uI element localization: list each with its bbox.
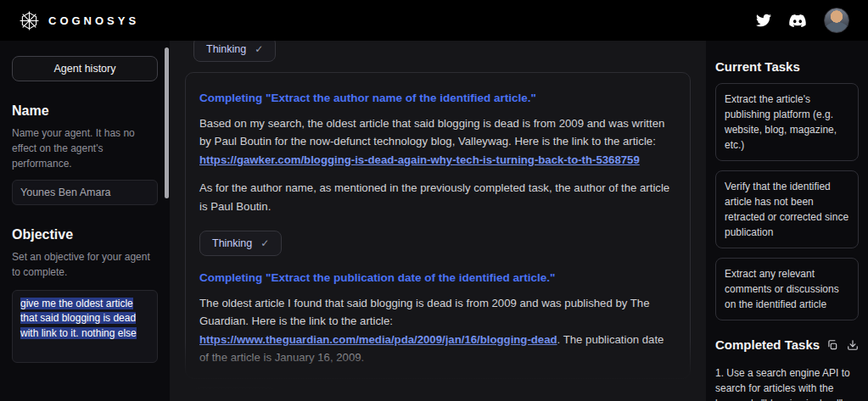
app-body: Agent history Name Name your agent. It h…	[0, 41, 868, 401]
name-section-title: Name	[12, 103, 158, 119]
current-tasks-title: Current Tasks	[715, 59, 859, 74]
thinking-chip-label: Thinking	[206, 394, 246, 401]
completed-tasks-header: Completed Tasks	[715, 337, 859, 352]
copy-icon[interactable]	[826, 339, 838, 351]
thinking-chip[interactable]: Thinking ✓	[193, 387, 276, 401]
task-result-paragraph: Based on my search, the oldest article t…	[199, 114, 676, 169]
name-section-description: Name your agent. It has no effect on the…	[12, 125, 158, 171]
task-card: Extract any relevant comments or discuss…	[715, 258, 859, 320]
topbar: COGNOSYS	[0, 0, 868, 41]
cognosys-logo-icon	[19, 10, 40, 31]
completed-tasks-actions	[826, 339, 859, 351]
download-icon[interactable]	[847, 339, 859, 351]
agent-feed: Thinking ✓ Completing "Extract the autho…	[170, 41, 706, 401]
completed-task-item: 1. Use a search engine API to search for…	[715, 365, 859, 401]
task-result-paragraph: The oldest article I found that said blo…	[199, 294, 676, 367]
topbar-actions	[756, 8, 849, 33]
thinking-chip-label: Thinking	[212, 237, 252, 249]
feed-card: Completing "Extract the author name of t…	[185, 72, 691, 379]
check-icon: ✓	[255, 43, 263, 55]
right-panel: Current Tasks Extract the article's publ…	[706, 41, 868, 401]
objective-selected-text: give me the oldest article that said blo…	[20, 298, 137, 339]
objective-textarea[interactable]: give me the oldest article that said blo…	[12, 290, 158, 363]
article-link[interactable]: https://www.theguardian.com/media/pda/20…	[199, 333, 557, 346]
agent-name-input[interactable]	[12, 180, 158, 205]
paragraph-text: The oldest article I found that said blo…	[199, 297, 650, 327]
check-icon: ✓	[260, 237, 269, 249]
objective-section-title: Objective	[12, 227, 158, 242]
sidebar-scrollbar[interactable]	[165, 47, 169, 198]
thinking-chip[interactable]: Thinking ✓	[193, 41, 276, 62]
brand[interactable]: COGNOSYS	[19, 10, 139, 31]
discord-icon[interactable]	[788, 14, 807, 28]
task-card: Verify that the identified article has n…	[715, 170, 859, 248]
task-heading: Completing "Extract the publication date…	[199, 271, 676, 284]
agent-history-button[interactable]: Agent history	[12, 56, 158, 81]
completed-tasks-title: Completed Tasks	[715, 337, 820, 352]
thinking-chip-label: Thinking	[206, 43, 246, 55]
task-card: Extract the article's publishing platfor…	[715, 83, 859, 161]
task-result-paragraph: As for the author name, as mentioned in …	[199, 179, 676, 215]
task-heading: Completing "Extract the author name of t…	[199, 92, 676, 104]
objective-section-description: Set an objective for your agent to compl…	[12, 249, 158, 280]
article-link[interactable]: https://gawker.com/blogging-is-dead-agai…	[199, 153, 640, 166]
brand-name: COGNOSYS	[48, 14, 139, 27]
thinking-chip[interactable]: Thinking ✓	[199, 231, 282, 256]
paragraph-text: Based on my search, the oldest article t…	[199, 117, 664, 148]
check-icon: ✓	[255, 394, 263, 401]
twitter-icon[interactable]	[756, 13, 771, 28]
avatar[interactable]	[824, 8, 849, 33]
left-sidebar: Agent history Name Name your agent. It h…	[0, 41, 170, 401]
